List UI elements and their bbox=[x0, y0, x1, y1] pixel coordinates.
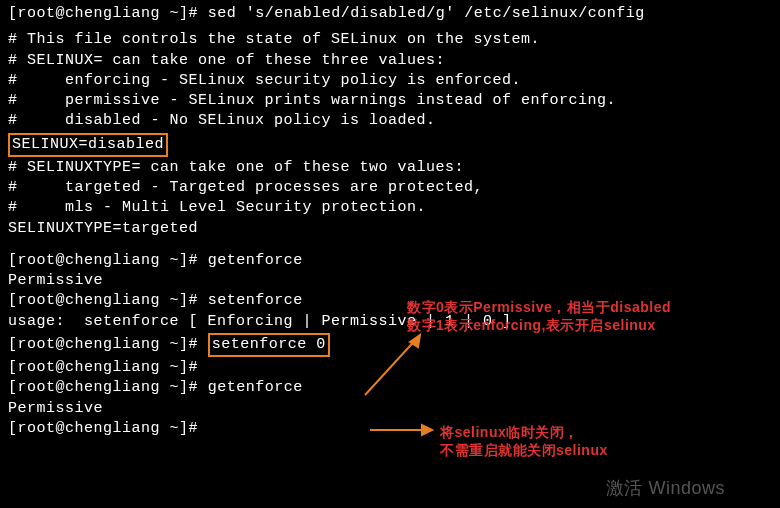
output-line: # SELINUXTYPE= can take one of these two… bbox=[8, 158, 772, 178]
terminal-line: [root@chengliang ~]# bbox=[8, 358, 772, 378]
terminal-line: [root@chengliang ~]# getenforce bbox=[8, 378, 772, 398]
output-line: # mls - Multi Level Security protection. bbox=[8, 198, 772, 218]
command-text: getenforce bbox=[208, 252, 303, 269]
annotation-permissive-enforcing: 数字0表示Permissive，相当于disabled 数字1表示enforci… bbox=[407, 298, 671, 334]
output-line: # enforcing - SELinux security policy is… bbox=[8, 71, 772, 91]
terminal-line[interactable]: [root@chengliang ~]# bbox=[8, 419, 772, 439]
terminal-line: [root@chengliang ~]# getenforce bbox=[8, 251, 772, 271]
command-text: getenforce bbox=[208, 379, 303, 396]
output-line: # targeted - Targeted processes are prot… bbox=[8, 178, 772, 198]
output-line: # SELINUX= can take one of these three v… bbox=[8, 51, 772, 71]
terminal-line: [root@chengliang ~]# sed 's/enabled/disa… bbox=[8, 4, 772, 24]
output-line: # This file controls the state of SELinu… bbox=[8, 30, 772, 50]
windows-activation-watermark: 激活 Windows bbox=[606, 476, 725, 500]
output-line: SELINUXTYPE=targeted bbox=[8, 219, 772, 239]
command-text: setenforce bbox=[208, 292, 303, 309]
command-text: sed 's/enabled/disabled/g' /etc/selinux/… bbox=[208, 5, 645, 22]
output-line: Permissive bbox=[8, 399, 772, 419]
output-line: Permissive bbox=[8, 271, 772, 291]
terminal-line: [root@chengliang ~]# setenforce 0 bbox=[8, 332, 772, 358]
output-line: # disabled - No SELinux policy is loaded… bbox=[8, 111, 772, 131]
output-line: # permissive - SELinux prints warnings i… bbox=[8, 91, 772, 111]
highlighted-setenforce-0: setenforce 0 bbox=[208, 333, 330, 357]
highlighted-selinux-disabled: SELINUX=disabled bbox=[8, 133, 168, 157]
annotation-temporary-disable: 将selinux临时关闭， 不需重启就能关闭selinux bbox=[440, 423, 608, 459]
